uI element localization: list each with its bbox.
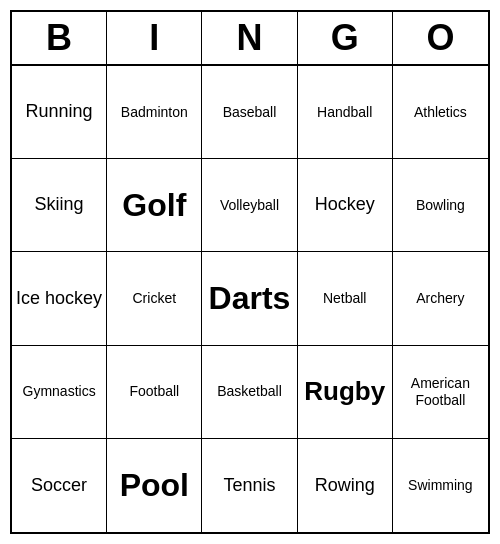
cell-label: Gymnastics: [23, 383, 96, 400]
cell-4-3: Rowing: [298, 439, 393, 532]
cell-label: Tennis: [223, 475, 275, 497]
bingo-card: BINGO RunningBadmintonBaseballHandballAt…: [10, 10, 490, 534]
cell-4-2: Tennis: [202, 439, 297, 532]
cell-2-4: Archery: [393, 252, 488, 345]
cell-0-2: Baseball: [202, 66, 297, 159]
cell-0-4: Athletics: [393, 66, 488, 159]
cell-2-1: Cricket: [107, 252, 202, 345]
cell-1-2: Volleyball: [202, 159, 297, 252]
cell-3-3: Rugby: [298, 346, 393, 439]
bingo-grid: RunningBadmintonBaseballHandballAthletic…: [12, 66, 488, 532]
cell-2-3: Netball: [298, 252, 393, 345]
cell-label: Ice hockey: [16, 288, 102, 310]
cell-label: Baseball: [223, 104, 277, 121]
cell-label: Running: [26, 101, 93, 123]
cell-label: Pool: [120, 466, 189, 504]
cell-3-1: Football: [107, 346, 202, 439]
cell-label: Soccer: [31, 475, 87, 497]
header-letter: O: [393, 12, 488, 64]
cell-2-2: Darts: [202, 252, 297, 345]
header-letter: G: [298, 12, 393, 64]
header-letter: I: [107, 12, 202, 64]
cell-4-1: Pool: [107, 439, 202, 532]
header-letter: B: [12, 12, 107, 64]
cell-label: Basketball: [217, 383, 282, 400]
cell-label: Darts: [209, 279, 291, 317]
header-letter: N: [202, 12, 297, 64]
cell-0-1: Badminton: [107, 66, 202, 159]
cell-1-3: Hockey: [298, 159, 393, 252]
cell-4-0: Soccer: [12, 439, 107, 532]
cell-label: Cricket: [133, 290, 177, 307]
cell-1-4: Bowling: [393, 159, 488, 252]
cell-label: Rowing: [315, 475, 375, 497]
cell-label: Hockey: [315, 194, 375, 216]
cell-label: Golf: [122, 186, 186, 224]
cell-label: Athletics: [414, 104, 467, 121]
cell-1-1: Golf: [107, 159, 202, 252]
bingo-header: BINGO: [12, 12, 488, 66]
cell-4-4: Swimming: [393, 439, 488, 532]
cell-2-0: Ice hockey: [12, 252, 107, 345]
cell-0-0: Running: [12, 66, 107, 159]
cell-label: Football: [129, 383, 179, 400]
cell-0-3: Handball: [298, 66, 393, 159]
cell-3-4: American Football: [393, 346, 488, 439]
cell-label: Handball: [317, 104, 372, 121]
cell-3-2: Basketball: [202, 346, 297, 439]
cell-label: Badminton: [121, 104, 188, 121]
cell-label: Bowling: [416, 197, 465, 214]
cell-3-0: Gymnastics: [12, 346, 107, 439]
cell-label: Netball: [323, 290, 367, 307]
cell-1-0: Skiing: [12, 159, 107, 252]
cell-label: Skiing: [35, 194, 84, 216]
cell-label: Volleyball: [220, 197, 279, 214]
cell-label: Archery: [416, 290, 464, 307]
cell-label: Rugby: [304, 376, 385, 407]
cell-label: American Football: [397, 375, 484, 409]
cell-label: Swimming: [408, 477, 473, 494]
